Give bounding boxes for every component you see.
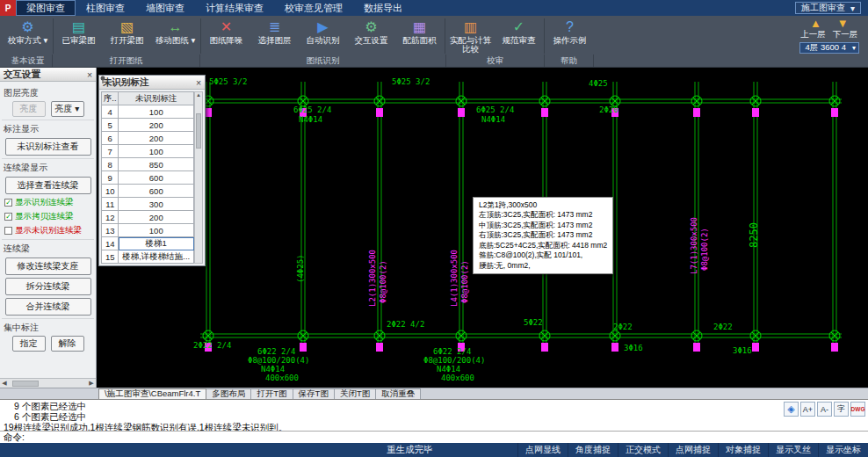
floor-down-label[interactable]: 下一层 [833, 29, 858, 40]
panel-button[interactable]: 解除 [51, 336, 84, 352]
panel-button[interactable]: 亮度 ▾ [51, 101, 84, 117]
drawing-tab-button[interactable]: 多图布局 [206, 388, 251, 399]
annotation-value-cell[interactable]: 200 [119, 132, 194, 145]
menu-tab[interactable]: 柱图审查 [76, 0, 135, 16]
select-layers-button[interactable]: ≣选择图层 [250, 18, 299, 45]
annotation-value-cell[interactable]: 楼梯,详楼梯结施... [119, 250, 194, 264]
annotation-row[interactable]: 15楼梯,详楼梯结施... [102, 250, 194, 264]
drawing-tab-button[interactable]: 关闭T图 [335, 388, 376, 399]
annotation-value-cell[interactable]: 200 [119, 211, 194, 224]
tooltip-line: 中顶筋:3C25,实配面积: 1473 mm2 [479, 221, 607, 230]
tooltip-line: 左顶筋:3C25,实配面积: 1473 mm2 [479, 210, 607, 220]
checkbox-icon[interactable]: ✓ [4, 213, 12, 221]
annotation-index-cell: 15 [102, 250, 119, 264]
annotation-value-cell[interactable]: 600 [119, 185, 194, 198]
review-mode-button[interactable]: ⚙校审方式 ▾ [4, 18, 52, 45]
operation-demo-button[interactable]: ?操作示例 [546, 18, 594, 45]
status-toggle-angle-snap[interactable]: 角度捕捉 [568, 443, 618, 457]
checkbox-icon[interactable]: ✓ [4, 199, 12, 207]
annotation-value-cell[interactable]: 100 [119, 224, 194, 237]
annotation-value-cell[interactable]: 楼梯1 [119, 237, 194, 250]
horizontal-scrollbar[interactable]: ◀ ▶ [0, 378, 96, 388]
annotation-row[interactable]: 10600 [102, 185, 194, 198]
checkbox-icon[interactable] [4, 227, 12, 235]
annotation-row[interactable]: 8850 [102, 158, 194, 171]
close-icon[interactable]: × [83, 69, 96, 80]
status-toggle-grid-display[interactable]: 点网显线 [517, 443, 568, 457]
pan-icon[interactable]: ◈ [784, 402, 799, 417]
annotation-row[interactable]: 5200 [102, 119, 194, 132]
drawing-path-tab[interactable]: \施工图审查\CBeamFlr4.T [98, 388, 206, 399]
checkbox-row[interactable]: ✓显示拷贝连续梁 [4, 211, 91, 222]
annotation-row[interactable]: 11300 [102, 198, 194, 211]
annotation-value-cell[interactable]: 100 [119, 105, 194, 119]
status-toggle-coordinates[interactable]: 显示坐标 [818, 443, 868, 457]
floor-selector[interactable]: 4层 3600 4 ▾ [799, 42, 859, 54]
panel-button[interactable]: 指定 [12, 336, 46, 352]
annotation-row[interactable]: 9600 [102, 171, 194, 185]
status-toggle-object-snap[interactable]: 对象捕捉 [718, 443, 768, 457]
section-label: 连续梁 [4, 243, 92, 255]
command-input[interactable] [25, 432, 868, 443]
mode-dropdown[interactable]: 施工图审查 ▾ [795, 2, 861, 14]
section-label: 连续梁显示 [4, 162, 92, 174]
code-review-button[interactable]: ✓规范审查 [495, 18, 543, 45]
scroll-left-icon[interactable]: ◀ [0, 380, 9, 387]
panel-button[interactable]: 拆分连续梁 [5, 278, 91, 295]
scrollbar-thumb[interactable] [196, 113, 201, 149]
panel-button[interactable]: 选择查看连续梁 [5, 177, 91, 194]
annotation-row[interactable]: 4100 [102, 105, 194, 119]
annotation-index-cell: 12 [102, 211, 119, 224]
font-larger-icon[interactable]: A+ [800, 402, 815, 417]
checkbox-row[interactable]: 显示未识别连续梁 [4, 225, 91, 236]
close-icon[interactable]: × [192, 77, 205, 88]
menu-tab[interactable]: 梁图审查 [16, 0, 76, 16]
drawing-tab-button[interactable]: 保存T图 [293, 388, 335, 399]
scroll-right-icon[interactable]: ▶ [87, 380, 96, 387]
auto-recognize-button[interactable]: ▶自动识别 [299, 18, 347, 45]
annotation-row[interactable]: 12200 [102, 211, 194, 224]
floor-down-icon[interactable]: ▼ [837, 18, 849, 29]
cad-canvas[interactable]: 5Φ25 3/25Φ25 3/24Φ252Φ206Φ25 2/4N4Φ146Φ2… [97, 68, 868, 388]
drawing-tab-button[interactable]: 取消重叠 [376, 388, 421, 399]
annotation-row[interactable]: 14楼梯1 [102, 237, 194, 250]
text-style-icon[interactable]: 字 [834, 402, 849, 417]
dwg-export-icon[interactable]: DWG [850, 402, 865, 417]
move-drawing-button[interactable]: ↔移动图纸 ▾ [151, 18, 199, 45]
annotation-row[interactable]: 13100 [102, 224, 194, 237]
font-smaller-icon[interactable]: A- [817, 402, 832, 417]
panel-button[interactable]: 亮度 [12, 101, 46, 117]
checkbox-row[interactable]: ✓显示识别连续梁 [4, 197, 91, 208]
compare-actual-calc-button[interactable]: ▥实配与计算比较 [446, 18, 495, 54]
annotation-value-cell[interactable]: 200 [119, 119, 194, 132]
annotation-value-cell[interactable]: 100 [119, 145, 194, 158]
menu-tab[interactable]: 计算结果审查 [195, 0, 274, 16]
annotation-value-cell[interactable]: 300 [119, 198, 194, 211]
reviewed-beam-drawing-button[interactable]: ▤已审梁图 [54, 18, 103, 45]
annotation-value-cell[interactable]: 850 [119, 158, 194, 171]
interactive-settings-button[interactable]: ⚙交互设置 [347, 18, 395, 45]
annotation-value-cell[interactable]: 600 [119, 171, 194, 185]
status-toggle-ortho-mode[interactable]: 正交模式 [618, 443, 668, 457]
floor-up-icon[interactable]: ▲ [810, 18, 821, 29]
annotation-row[interactable]: 7100 [102, 145, 194, 158]
status-toggle-crosshair[interactable]: 显示叉丝 [768, 443, 818, 457]
open-beam-drawing-button[interactable]: ▧打开梁图 [103, 18, 151, 45]
panel-button[interactable]: 合并连续梁 [5, 298, 91, 316]
menu-tab[interactable]: 校审意见管理 [274, 0, 353, 16]
floor-up-label[interactable]: 上一层 [800, 29, 826, 40]
rebar-area-button[interactable]: ▦配筋面积 [395, 18, 444, 45]
menu-tab[interactable]: 数据导出 [353, 0, 413, 16]
drawing-tabs: \施工图审查\CBeamFlr4.T 多图布局打开T图保存T图关闭T图取消重叠 [0, 388, 868, 399]
panel-button[interactable]: 修改连续梁支座 [5, 258, 91, 275]
vertical-scrollbar[interactable]: ▲ [194, 91, 203, 264]
scroll-up-icon[interactable]: ▲ [196, 92, 201, 98]
panel-button[interactable]: 未识别标注查看 [5, 138, 91, 156]
menu-tab[interactable]: 墙图审查 [135, 0, 195, 16]
menu-bar: P 梁图审查柱图审查墙图审查计算结果审查校审意见管理数据导出 施工图审查 ▾ [0, 0, 868, 16]
drawing-tab-button[interactable]: 打开T图 [251, 388, 293, 399]
annotation-row[interactable]: 6200 [102, 132, 194, 145]
status-toggle-grid-snap[interactable]: 点网捕捉 [668, 443, 718, 457]
drawing-denoise-button[interactable]: ✕图纸降噪 [202, 18, 250, 45]
scrollbar-thumb[interactable] [12, 381, 39, 387]
